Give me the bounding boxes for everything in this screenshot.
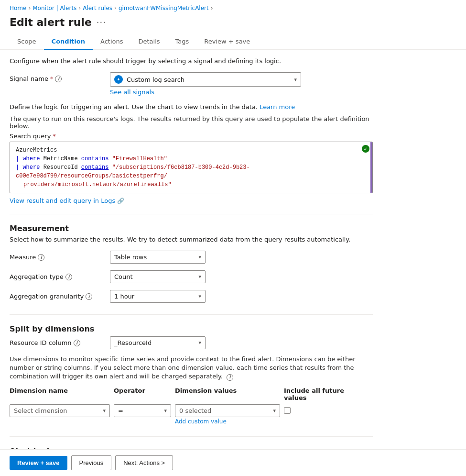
view-result-link[interactable]: View result and edit query in Logs 🔗 xyxy=(10,197,373,204)
query-line-1: AzureMetrics xyxy=(16,146,367,155)
include-all-checkbox[interactable] xyxy=(284,407,291,414)
query-line-2: | where MetricName contains "FirewallHea… xyxy=(16,155,367,163)
aggregation-type-chevron-icon: ▾ xyxy=(198,274,201,280)
tab-tags[interactable]: Tags xyxy=(168,34,197,50)
tab-actions[interactable]: Actions xyxy=(93,34,131,50)
signal-type-icon: ✦ xyxy=(114,75,123,84)
operator-dropdown[interactable]: = ▾ xyxy=(114,404,171,417)
required-marker: * xyxy=(50,75,54,82)
see-all-signals-link[interactable]: See all signals xyxy=(110,89,301,96)
operator-chevron-icon: ▾ xyxy=(164,408,167,414)
breadcrumb-home[interactable]: Home xyxy=(10,5,26,11)
dimension-values-dropdown[interactable]: 0 selected ▾ xyxy=(175,404,280,417)
previous-button[interactable]: Previous xyxy=(71,455,112,470)
query-valid-icon: ✓ xyxy=(362,145,369,153)
aggregation-type-dropdown[interactable]: Count ▾ xyxy=(110,270,206,283)
signal-field-container: ✦ Custom log search ▾ See all signals xyxy=(110,72,301,96)
dim-col-name: Dimension name xyxy=(10,387,110,401)
dim-col-operator: Operator xyxy=(114,387,171,401)
tab-details[interactable]: Details xyxy=(130,34,167,50)
signal-name-dropdown[interactable]: ✦ Custom log search ▾ xyxy=(110,72,301,87)
dimensions-note-info-icon[interactable]: i xyxy=(227,374,233,381)
breadcrumb-alert-name[interactable]: gimotwanFWMissingMetricAlert xyxy=(119,5,209,11)
dimension-name-dropdown[interactable]: Select dimension ▾ xyxy=(10,404,110,417)
dimension-row-1: Select dimension ▾ = ▾ 0 selected ▾ Add xyxy=(10,404,373,425)
signal-name-value: Custom log search xyxy=(127,76,290,83)
add-custom-value-link[interactable]: Add custom value xyxy=(175,418,280,425)
aggregation-granularity-info-icon[interactable]: i xyxy=(86,293,92,300)
query-line-4: providers/microsoft.network/azurefirewal… xyxy=(16,180,367,189)
define-logic-desc: Define the logic for triggering an alert… xyxy=(10,103,373,111)
resource-id-info-icon[interactable]: i xyxy=(74,340,80,346)
query-description: The query to run on this resource's logs… xyxy=(10,115,373,130)
aggregation-granularity-row: Aggregation granularity i 1 hour ▾ xyxy=(10,290,373,303)
breadcrumb-alert-rules[interactable]: Alert rules xyxy=(83,5,112,11)
chevron-down-icon: ▾ xyxy=(294,77,297,83)
dimension-values-chevron-icon: ▾ xyxy=(273,408,276,414)
resource-id-dropdown[interactable]: _ResourceId ▾ xyxy=(110,336,206,349)
resource-id-chevron-icon: ▾ xyxy=(198,340,201,346)
measurement-section: Measurement Select how to summarize the … xyxy=(10,224,373,303)
resource-id-label: Resource ID column i xyxy=(10,339,105,346)
aggregation-granularity-dropdown[interactable]: 1 hour ▾ xyxy=(110,290,206,303)
query-sidebar-decoration xyxy=(370,142,372,193)
split-by-dimensions-section: Split by dimensions Resource ID column i… xyxy=(10,324,373,425)
tab-scope[interactable]: Scope xyxy=(10,34,44,50)
aggregation-type-info-icon[interactable]: i xyxy=(65,274,72,280)
signal-name-row: Signal name * i ✦ Custom log search ▾ Se… xyxy=(10,72,373,96)
more-options-button[interactable]: ··· xyxy=(97,17,106,27)
dimension-name-chevron-icon: ▾ xyxy=(103,408,106,414)
query-line-3: | where ResourceId contains "/subscripti… xyxy=(16,163,367,180)
main-content: Configure when the alert rule should tri… xyxy=(0,50,382,476)
divider-2 xyxy=(10,314,373,315)
measure-chevron-icon: ▾ xyxy=(198,254,201,260)
aggregation-type-label: Aggregation type i xyxy=(10,270,105,280)
measure-info-icon[interactable]: i xyxy=(38,254,44,261)
search-query-label: Search query xyxy=(10,133,51,140)
page-header: Edit alert rule ··· xyxy=(0,14,466,34)
measure-row: Measure i Table rows ▾ xyxy=(10,251,373,264)
search-query-required: * xyxy=(53,133,56,140)
review-save-button[interactable]: Review + save xyxy=(10,456,67,470)
divider-1 xyxy=(10,214,373,214)
split-title: Split by dimensions xyxy=(10,324,373,333)
page-title: Edit alert rule xyxy=(10,16,92,28)
aggregation-type-row: Aggregation type i Count ▾ xyxy=(10,270,373,283)
next-actions-button[interactable]: Next: Actions > xyxy=(115,455,173,470)
measurement-desc: Select how to summarize the results. We … xyxy=(10,236,373,243)
include-all-checkbox-container xyxy=(284,404,360,414)
footer-bar: Review + save Previous Next: Actions > xyxy=(0,449,466,476)
search-query-container: ✓ AzureMetrics | where MetricName contai… xyxy=(10,142,373,193)
tab-condition[interactable]: Condition xyxy=(44,34,93,50)
operator-cell: = ▾ xyxy=(114,404,171,417)
measurement-title: Measurement xyxy=(10,224,373,233)
measure-label: Measure i xyxy=(10,251,105,261)
external-link-icon: 🔗 xyxy=(117,198,124,204)
aggregation-granularity-label: Aggregation granularity i xyxy=(10,290,105,300)
dimensions-headers: Dimension name Operator Dimension values… xyxy=(10,387,373,404)
dimension-name-cell: Select dimension ▾ xyxy=(10,404,110,417)
condition-description: Configure when the alert rule should tri… xyxy=(10,57,373,65)
divider-3 xyxy=(10,436,373,437)
search-query-label-row: Search query * xyxy=(10,133,373,140)
query-editor[interactable]: AzureMetrics | where MetricName contains… xyxy=(10,142,372,193)
measure-dropdown[interactable]: Table rows ▾ xyxy=(110,251,206,264)
signal-name-info-icon[interactable]: i xyxy=(55,76,62,82)
signal-name-label: Signal name * i xyxy=(10,72,105,82)
dim-col-include-all: Include all future values xyxy=(284,387,360,401)
resource-id-row: Resource ID column i _ResourceId ▾ xyxy=(10,336,373,349)
dimensions-table: Dimension name Operator Dimension values… xyxy=(10,387,373,425)
dimension-values-cell: 0 selected ▾ Add custom value xyxy=(175,404,280,425)
breadcrumb: Home › Monitor | Alerts › Alert rules › … xyxy=(0,0,466,14)
tab-review-save[interactable]: Review + save xyxy=(196,34,258,50)
learn-more-link[interactable]: Learn more xyxy=(260,103,295,111)
aggregation-granularity-chevron-icon: ▾ xyxy=(198,293,201,299)
dim-col-values: Dimension values xyxy=(175,387,280,401)
dimensions-note: Use dimensions to monitor specific time … xyxy=(10,355,373,381)
include-all-cell xyxy=(284,404,360,414)
tabs-bar: Scope Condition Actions Details Tags Rev… xyxy=(0,34,466,50)
breadcrumb-monitor[interactable]: Monitor | Alerts xyxy=(33,5,76,11)
